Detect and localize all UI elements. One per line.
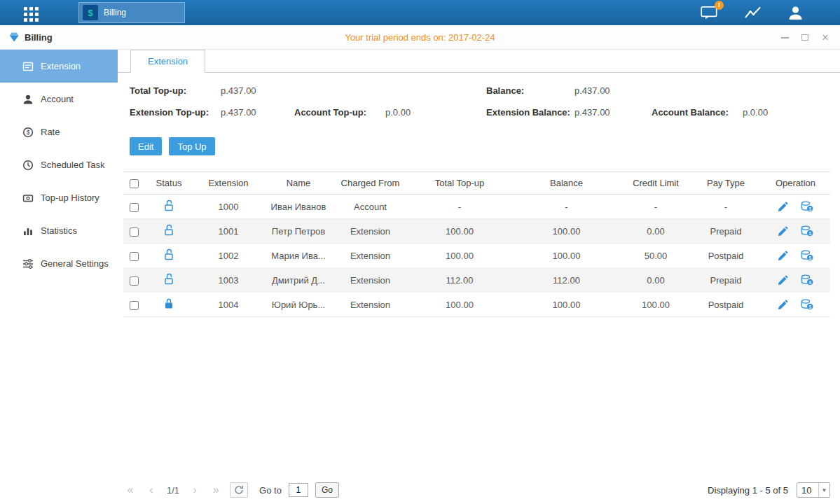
extension-balance-label: Extension Balance: — [486, 107, 570, 118]
line-chart-icon — [744, 6, 762, 20]
tabstrip: Extension — [118, 50, 840, 73]
account-icon — [22, 94, 34, 105]
sidebar-item-account[interactable]: Account — [0, 83, 118, 115]
cell-name: Юрий Юрь... — [263, 293, 333, 317]
select-all-checkbox[interactable] — [130, 179, 139, 188]
sidebar-item-topup-history[interactable]: Top-up History — [0, 181, 118, 214]
prev-page-button[interactable]: ‹ — [144, 484, 158, 496]
sidebar-item-label: Top-up History — [41, 192, 99, 203]
col-pay-type: Pay Type — [691, 172, 761, 195]
cell-balance: - — [512, 195, 621, 219]
pencil-icon — [778, 300, 788, 310]
extension-icon — [22, 61, 34, 72]
total-topup-value: p.437.00 — [221, 85, 256, 96]
goto-page-input[interactable] — [289, 483, 308, 497]
cell-name: Мария Ива... — [263, 244, 333, 268]
topbar-billing-tab[interactable]: $ Billing — [78, 2, 185, 23]
edit-row-button[interactable] — [778, 226, 788, 237]
cell-total-topup: 100.00 — [407, 219, 512, 244]
topup-row-button[interactable]: $ — [801, 225, 813, 237]
topbar: $ Billing ! — [0, 0, 840, 25]
row-checkbox[interactable] — [130, 227, 139, 237]
billing-dollar-icon: $ — [83, 5, 98, 20]
topup-row-button[interactable]: $ — [801, 201, 813, 212]
sidebar-item-rate[interactable]: $ Rate — [0, 115, 118, 148]
unlocked-icon — [164, 224, 174, 236]
col-total-topup: Total Top-up — [407, 172, 512, 195]
top-up-button[interactable]: Top Up — [169, 137, 214, 155]
account-topup-label: Account Top-up: — [294, 107, 366, 118]
chevron-down-icon: ▼ — [818, 483, 829, 497]
cell-total-topup: - — [407, 195, 512, 219]
cell-pay-type: Postpaid — [691, 293, 761, 317]
maximize-button[interactable] — [800, 33, 810, 43]
reports-button[interactable] — [744, 6, 762, 20]
pencil-icon — [778, 251, 788, 261]
user-menu-button[interactable] — [787, 6, 804, 20]
table-row: 1000 Иван Иванов Account - - - - $ — [123, 195, 830, 219]
tab-extension[interactable]: Extension — [130, 50, 205, 73]
cell-balance: 100.00 — [512, 293, 621, 317]
row-checkbox[interactable] — [130, 276, 139, 286]
svg-text:$: $ — [808, 231, 811, 236]
person-icon — [787, 6, 804, 20]
window-titlebar: Billing Your trial period ends on: 2017-… — [0, 25, 840, 50]
trial-notice: Your trial period ends on: 2017-02-24 — [0, 32, 840, 43]
topup-row-button[interactable]: $ — [801, 250, 813, 261]
topup-row-button[interactable]: $ — [801, 299, 813, 310]
col-credit-limit: Credit Limit — [621, 172, 691, 195]
pencil-icon — [778, 226, 788, 237]
cell-balance: 100.00 — [512, 219, 621, 244]
page-size-select[interactable]: 10 ▼ — [797, 482, 830, 498]
edit-row-button[interactable] — [778, 300, 788, 310]
balance-label: Balance: — [486, 85, 524, 96]
extension-topup-value: p.437.00 — [221, 107, 256, 118]
next-page-button[interactable]: › — [188, 484, 202, 496]
table-row: 1003 Дмитрий Д... Extension 112.00 112.0… — [123, 268, 830, 293]
apps-grid-icon[interactable] — [24, 7, 39, 22]
row-checkbox[interactable] — [130, 301, 139, 310]
statistics-icon — [22, 225, 34, 237]
topup-row-button[interactable]: $ — [801, 274, 813, 286]
svg-text:$: $ — [808, 280, 811, 285]
scheduled-task-icon — [22, 160, 34, 171]
sidebar-item-label: Extension — [41, 61, 81, 71]
cell-charged-from: Extension — [333, 244, 407, 268]
cell-balance: 112.00 — [512, 268, 621, 293]
sidebar-item-scheduled-task[interactable]: Scheduled Task — [0, 148, 118, 181]
billing-summary: Total Top-up: p.437.00 Balance: p.437.00… — [118, 84, 840, 127]
action-buttons: Edit Top Up — [130, 137, 840, 155]
last-page-button[interactable]: » — [209, 484, 223, 496]
unlocked-icon — [164, 248, 174, 260]
edit-row-button[interactable] — [778, 251, 788, 261]
first-page-button[interactable]: « — [123, 484, 137, 496]
close-button[interactable]: × — [820, 33, 830, 43]
topup-coins-icon: $ — [801, 250, 813, 261]
edit-button[interactable]: Edit — [130, 137, 162, 155]
cell-credit-limit: 50.00 — [621, 244, 691, 268]
topup-coins-icon: $ — [801, 299, 813, 310]
sidebar-item-extension[interactable]: Extension — [0, 50, 118, 83]
svg-text:$: $ — [808, 304, 811, 309]
cell-extension: 1001 — [193, 219, 263, 244]
cell-name: Дмитрий Д... — [263, 268, 333, 293]
sidebar-item-general-settings[interactable]: General Settings — [0, 247, 118, 280]
row-checkbox[interactable] — [130, 203, 139, 212]
sidebar-item-statistics[interactable]: Statistics — [0, 214, 118, 247]
notification-badge: ! — [715, 1, 724, 10]
cell-extension: 1002 — [193, 244, 263, 268]
minimize-button[interactable] — [780, 33, 790, 43]
topbar-billing-label: Billing — [104, 8, 126, 18]
pagination-bar: « ‹ 1/1 › » Go to Go Displaying 1 - 5 of… — [123, 481, 830, 499]
go-button[interactable]: Go — [315, 482, 339, 498]
topup-history-icon — [22, 192, 34, 204]
edit-row-button[interactable] — [778, 275, 788, 286]
notifications-button[interactable]: ! — [701, 6, 718, 20]
refresh-button[interactable] — [230, 482, 248, 498]
col-extension: Extension — [193, 172, 263, 195]
cell-charged-from: Extension — [333, 293, 407, 317]
edit-row-button[interactable] — [778, 202, 788, 212]
row-checkbox[interactable] — [130, 252, 139, 261]
cell-extension: 1003 — [193, 268, 263, 293]
main-content: Extension Total Top-up: p.437.00 Balance… — [118, 50, 840, 504]
